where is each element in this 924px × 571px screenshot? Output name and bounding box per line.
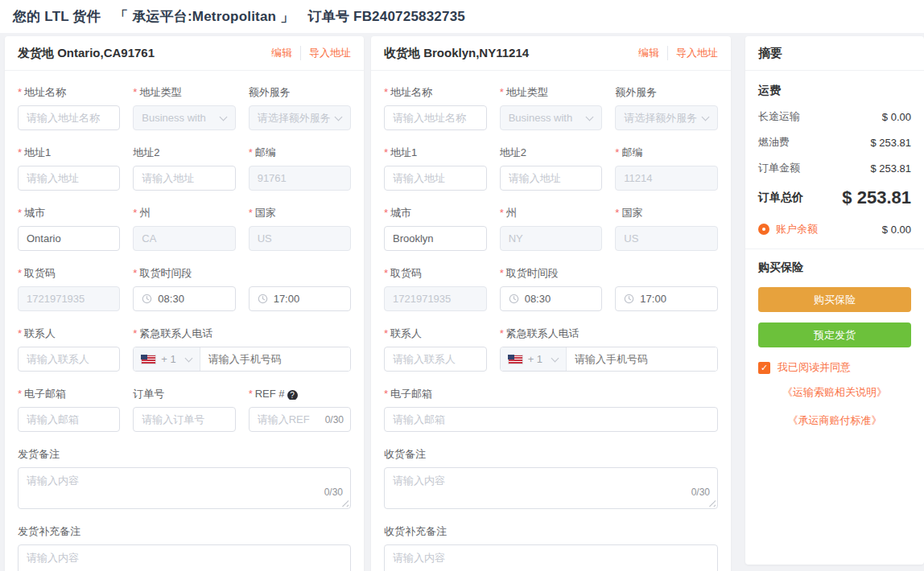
destination-edit-link[interactable]: 编辑 xyxy=(638,46,659,60)
freight-row-value: $ 253.81 xyxy=(870,162,911,175)
field-label: 联系人 xyxy=(24,328,56,339)
destination-city-input[interactable] xyxy=(384,226,487,251)
agree-checkbox[interactable]: ✓ xyxy=(758,362,770,374)
carrier-compensation-link[interactable]: 《承运商赔付标准》 xyxy=(758,413,911,428)
freight-row: 订单金额 $ 253.81 xyxy=(758,161,911,175)
destination-address-name-input[interactable] xyxy=(384,105,487,130)
country-code-value: + 1 xyxy=(161,353,175,365)
destination-pickup-start-time[interactable]: 08:30 xyxy=(500,286,603,311)
origin-city-input[interactable] xyxy=(18,226,120,251)
origin-note-textarea[interactable] xyxy=(19,468,350,508)
order-total-value: $ 253.81 xyxy=(842,187,911,208)
freight-row: 长途运输 $ 0.00 xyxy=(758,109,911,124)
origin-pickup-code-field: *取货码 xyxy=(18,268,120,311)
origin-extra-note-textarea[interactable] xyxy=(19,545,350,571)
origin-phone-input[interactable] xyxy=(200,347,350,371)
origin-address-name-input[interactable] xyxy=(18,105,120,130)
destination-note-textarea[interactable] xyxy=(385,468,717,508)
origin-address2-input[interactable] xyxy=(133,166,235,191)
freight-row: 燃油费 $ 253.81 xyxy=(758,135,911,150)
book-shipment-button[interactable]: 预定发货 xyxy=(758,322,911,347)
field-label: 城市 xyxy=(24,207,45,219)
freight-section-title: 运费 xyxy=(758,84,911,98)
field-label: 地址类型 xyxy=(139,87,181,98)
field-label: 发货补充备注 xyxy=(18,526,80,537)
destination-note-field: 收货备注 0/30 xyxy=(384,449,718,509)
field-label: 邮编 xyxy=(621,147,642,158)
origin-zip-input xyxy=(249,166,351,191)
resize-handle-icon[interactable] xyxy=(340,499,349,507)
origin-country-input xyxy=(249,226,351,251)
origin-email-field: *电子邮箱 xyxy=(18,388,120,432)
field-label: 地址名称 xyxy=(390,87,432,98)
select-placeholder: 请选择额外服务 xyxy=(624,111,698,125)
field-label: REF # xyxy=(255,388,285,400)
freight-row-value: $ 253.81 xyxy=(870,137,911,149)
page-title: 您的 LTL 货件 「 承运平台:Metropolitan 」 订单号 FB24… xyxy=(13,7,465,26)
destination-pickup-code-input xyxy=(384,286,487,311)
origin-extra-note-field: 发货补充备注 xyxy=(18,526,351,571)
field-label: 地址类型 xyxy=(506,87,548,98)
destination-address-type-select: Business with xyxy=(500,105,603,130)
destination-email-field: *电子邮箱 xyxy=(384,388,718,432)
freight-row-value: $ 0.00 xyxy=(882,111,911,123)
chevron-down-icon xyxy=(184,354,192,362)
required-asterisk: * xyxy=(18,268,22,279)
destination-pickup-code-field: *取货码 xyxy=(384,268,487,311)
destination-email-input[interactable] xyxy=(384,407,718,432)
origin-edit-link[interactable]: 编辑 xyxy=(271,46,292,60)
resize-handle-icon[interactable] xyxy=(707,499,716,507)
field-label: 发货备注 xyxy=(18,449,60,460)
destination-pickup-window-field: *取货时间段 08:30 17:00 xyxy=(500,268,718,311)
destination-state-field: *州 xyxy=(500,207,603,251)
origin-import-address-link[interactable]: 导入地址 xyxy=(300,46,351,60)
destination-country-field: *国家 xyxy=(615,207,718,251)
origin-address1-input[interactable] xyxy=(18,166,120,191)
field-label: 紧急联系人电话 xyxy=(506,328,580,339)
account-balance-value: $ 0.00 xyxy=(882,224,911,236)
origin-email-input[interactable] xyxy=(18,407,120,432)
required-asterisk: * xyxy=(384,328,388,339)
field-label: 取货时间段 xyxy=(139,268,192,279)
time-value: 17:00 xyxy=(274,293,300,305)
required-asterisk: * xyxy=(133,268,137,279)
char-counter: 0/30 xyxy=(324,487,343,498)
origin-pickup-start-time[interactable]: 08:30 xyxy=(133,286,235,311)
chevron-down-icon xyxy=(702,113,710,121)
origin-contact-input[interactable] xyxy=(18,347,120,372)
destination-phone-input[interactable] xyxy=(567,347,717,371)
field-label: 取货时间段 xyxy=(506,268,559,279)
origin-pickup-end-time[interactable]: 17:00 xyxy=(249,286,351,311)
help-icon[interactable]: ? xyxy=(287,390,298,400)
clock-icon xyxy=(258,294,268,304)
destination-extra-note-textarea[interactable] xyxy=(385,545,717,571)
page-header: 您的 LTL 货件 「 承运平台:Metropolitan 」 订单号 FB24… xyxy=(0,0,924,33)
buy-insurance-button[interactable]: 购买保险 xyxy=(758,287,911,312)
field-label: 电子邮箱 xyxy=(390,388,432,400)
origin-address-type-field: *地址类型 Business with xyxy=(133,87,235,130)
char-counter: 0/30 xyxy=(691,487,710,498)
origin-order-no-input[interactable] xyxy=(133,407,235,432)
destination-contact-input[interactable] xyxy=(384,347,487,372)
destination-address2-input[interactable] xyxy=(500,166,603,191)
required-asterisk: * xyxy=(500,207,504,219)
field-label: 地址1 xyxy=(390,147,417,158)
field-label: 国家 xyxy=(255,207,276,219)
destination-country-code-select[interactable]: + 1 xyxy=(501,347,567,371)
destination-zip-field: *邮编 xyxy=(615,147,718,191)
field-label: 地址名称 xyxy=(24,87,66,98)
origin-order-no-field: 订单号 xyxy=(133,388,235,432)
chevron-down-icon xyxy=(335,113,343,121)
destination-address1-input[interactable] xyxy=(384,166,487,191)
field-label: 地址1 xyxy=(24,147,51,158)
account-balance-radio[interactable] xyxy=(758,224,769,235)
field-label: 城市 xyxy=(390,207,411,219)
required-asterisk: * xyxy=(18,328,22,339)
required-asterisk: * xyxy=(384,388,388,400)
origin-country-code-select[interactable]: + 1 xyxy=(134,347,200,371)
agree-terms-row: ✓ 我已阅读并同意 xyxy=(758,360,911,375)
destination-pickup-end-time[interactable]: 17:00 xyxy=(615,286,718,311)
destination-import-address-link[interactable]: 导入地址 xyxy=(667,46,718,60)
claim-instructions-link[interactable]: 《运输索赔相关说明》 xyxy=(758,385,911,400)
required-asterisk: * xyxy=(18,207,22,219)
